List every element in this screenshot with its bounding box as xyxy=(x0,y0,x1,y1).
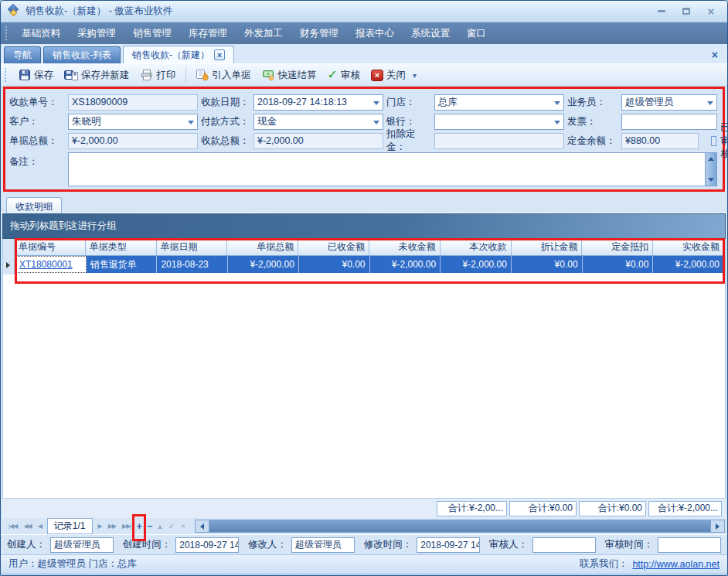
column-header-4[interactable]: 已收金额 xyxy=(298,239,369,255)
toolbar: 保存 保存并新建 打印 引入单据 快速结算 ✓ 审核 × 关闭 ▾ xyxy=(1,64,727,87)
print-button[interactable]: 打印 xyxy=(136,66,181,84)
dropdown-arrow-icon[interactable] xyxy=(554,121,560,124)
dropdown-arrow-icon[interactable] xyxy=(373,101,379,105)
receipt-date-label: 收款日期： xyxy=(201,96,250,109)
column-header-9[interactable]: 实收金额 xyxy=(653,239,724,255)
creator-field[interactable]: 超级管理员 xyxy=(50,537,114,553)
tab-close-icon[interactable]: × xyxy=(214,49,225,60)
create-time-field[interactable]: 2018-09-27 14 xyxy=(175,537,239,553)
column-header-2[interactable]: 单据日期 xyxy=(157,239,228,255)
quick-settle-button[interactable]: 快速结算 xyxy=(257,66,321,84)
menu-item-3[interactable]: 库存管理 xyxy=(180,24,236,43)
menu-item-7[interactable]: 系统设置 xyxy=(403,24,458,43)
column-header-0[interactable]: 单据编号 xyxy=(15,239,86,255)
receipt-no-field: XS18090009 xyxy=(68,94,198,111)
table-row[interactable]: XT18080001销售退货单2018-08-23¥-2,000.00¥0.00… xyxy=(15,256,724,273)
close-dropdown-icon[interactable]: ▾ xyxy=(409,71,420,80)
delete-row-button[interactable]: − xyxy=(145,520,155,532)
column-header-6[interactable]: 本次收款 xyxy=(441,239,512,255)
scrollbar-thumb[interactable] xyxy=(209,520,711,532)
nav-prev-page-button[interactable]: ◀◀ xyxy=(20,523,34,530)
audit-time-label: 审核时间： xyxy=(605,538,654,551)
tab-sales-receipt-list[interactable]: 销售收款-列表 xyxy=(43,46,121,63)
nav-next-page-button[interactable]: ▶▶ xyxy=(105,523,119,530)
append-row-button[interactable]: + xyxy=(134,520,145,532)
toolbar-grip-icon xyxy=(5,68,9,82)
remark-scrollbar[interactable] xyxy=(705,153,716,186)
quick-settle-label: 快速结算 xyxy=(278,69,317,82)
print-icon xyxy=(141,69,154,81)
save-icon xyxy=(19,69,31,81)
document-link[interactable]: XT18080001 xyxy=(19,259,73,270)
menu-item-0[interactable]: 基础资料 xyxy=(13,24,69,43)
scroll-up-icon[interactable] xyxy=(708,157,714,161)
receipt-form-panel annotation-rect-form: 收款单号： XS18090009 收款日期： 2018-09-27 14:18:… xyxy=(3,87,725,192)
menu-item-6[interactable]: 报表中心 xyxy=(347,24,403,43)
dropdown-arrow-icon[interactable] xyxy=(188,121,194,124)
column-header-3[interactable]: 单据总额 xyxy=(227,239,298,255)
audit-time-field[interactable] xyxy=(658,537,721,553)
group-by-panel[interactable]: 拖动列标题到这进行分组 xyxy=(2,213,726,239)
salesman-label: 业务员： xyxy=(567,96,618,109)
menu-item-8[interactable]: 窗口 xyxy=(458,24,495,43)
nav-next-button[interactable]: ▶ xyxy=(95,523,105,530)
menu-item-2[interactable]: 销售管理 xyxy=(124,24,180,43)
column-header-8[interactable]: 定金抵扣 xyxy=(582,239,653,255)
scroll-down-icon[interactable] xyxy=(708,178,714,182)
dropdown-arrow-icon[interactable] xyxy=(707,101,713,105)
close-button[interactable]: × xyxy=(704,5,718,18)
dropdown-arrow-icon[interactable] xyxy=(554,101,560,105)
invoice-field[interactable] xyxy=(621,114,717,130)
modifier-label: 修改人： xyxy=(248,538,287,551)
pay-method-field[interactable]: 现金 xyxy=(253,114,383,130)
save-and-new-icon xyxy=(64,69,78,81)
audit-button[interactable]: ✓ 审核 xyxy=(323,66,365,84)
import-document-button[interactable]: 引入单据 xyxy=(191,66,256,84)
close-doc-button[interactable]: × 关闭 ▾ xyxy=(366,66,425,84)
row-cell-3: ¥-2,000.00 xyxy=(228,256,299,273)
modify-time-field[interactable]: 2018-09-27 14 xyxy=(417,537,480,553)
customer-field[interactable]: 朱晓明 xyxy=(68,114,198,130)
column-header-1[interactable]: 单据类型 xyxy=(86,239,157,255)
cancel-edit-button[interactable]: × xyxy=(178,522,189,530)
modifier-field[interactable]: 超级管理员 xyxy=(291,537,355,553)
dropdown-arrow-icon[interactable] xyxy=(373,121,379,124)
row-cell-8: ¥0.00 xyxy=(583,256,654,273)
website-link[interactable]: http://www.aolan.net xyxy=(632,559,719,570)
import-document-icon xyxy=(196,69,209,81)
store-field[interactable]: 总库 xyxy=(434,94,564,111)
deduct-deposit-field xyxy=(434,133,564,149)
row-cell-0[interactable]: XT18080001 xyxy=(15,256,87,273)
post-edit-button[interactable]: ✓ xyxy=(165,522,178,530)
customer-value: 朱晓明 xyxy=(72,115,101,128)
menu-item-1[interactable]: 采购管理 xyxy=(69,24,124,43)
maximize-button[interactable] xyxy=(679,5,693,18)
tab-label: 导航 xyxy=(13,49,32,62)
salesman-field[interactable]: 超级管理员 xyxy=(621,94,717,111)
save-and-new-button[interactable]: 保存并新建 xyxy=(60,66,134,84)
nav-last-button[interactable]: ▶▶| xyxy=(119,523,134,530)
receipt-date-field[interactable]: 2018-09-27 14:18:13 xyxy=(253,94,383,111)
menu-item-4[interactable]: 外发加工 xyxy=(236,24,291,43)
nav-first-button[interactable]: |◀◀ xyxy=(5,523,20,530)
scroll-right-button[interactable] xyxy=(711,520,724,532)
horizontal-scrollbar[interactable] xyxy=(195,520,725,533)
tabbar-close-icon[interactable]: × xyxy=(707,49,723,61)
tab-navigation[interactable]: 导航 xyxy=(4,46,41,63)
scroll-left-button[interactable] xyxy=(196,520,209,532)
receipt-total-label: 收款总额： xyxy=(201,135,250,148)
auditor-field[interactable] xyxy=(532,537,596,553)
nav-prev-button[interactable]: ◀ xyxy=(35,523,45,530)
remark-field[interactable] xyxy=(68,152,717,186)
save-button[interactable]: 保存 xyxy=(14,66,58,84)
column-header-5[interactable]: 未收金额 xyxy=(369,239,441,255)
minimize-button[interactable] xyxy=(655,5,668,18)
auditor-label: 审核人： xyxy=(489,538,528,551)
audit-info-bar: 创建人：超级管理员创建时间：2018-09-27 14修改人：超级管理员修改时间… xyxy=(1,534,727,554)
bank-field[interactable] xyxy=(434,114,564,130)
tab-sales-receipt-new[interactable]: 销售收款-（新建） × xyxy=(123,46,234,63)
append-row-wrapper: + xyxy=(134,520,145,532)
edit-row-button[interactable]: ▴ xyxy=(155,522,165,530)
menu-item-5[interactable]: 财务管理 xyxy=(291,24,347,43)
column-header-7[interactable]: 折让金额 xyxy=(512,239,583,255)
